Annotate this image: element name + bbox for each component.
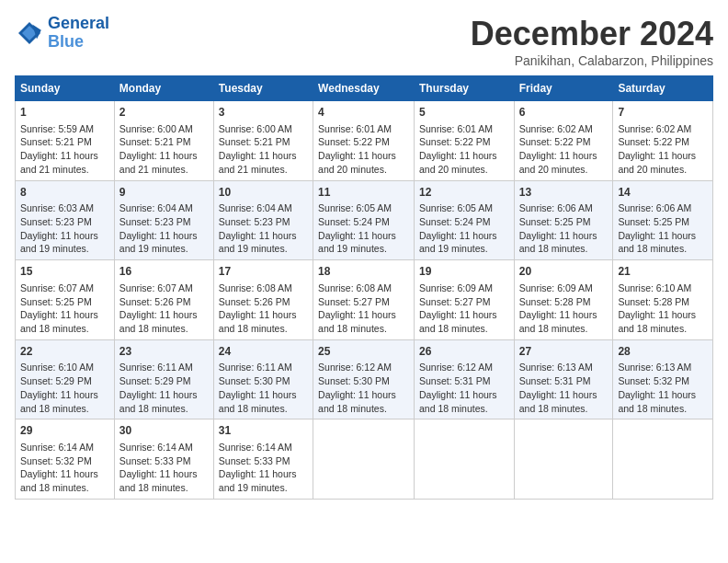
daylight-text: Daylight: 11 hours and 21 minutes. bbox=[119, 150, 198, 175]
daylight-text: Daylight: 11 hours and 18 minutes. bbox=[119, 468, 198, 493]
sunset-text: Sunset: 5:26 PM bbox=[119, 296, 191, 307]
calendar-cell: 21Sunrise: 6:10 AMSunset: 5:28 PMDayligh… bbox=[613, 260, 713, 340]
calendar-cell: 16Sunrise: 6:07 AMSunset: 5:26 PMDayligh… bbox=[114, 260, 213, 340]
col-header-sunday: Sunday bbox=[16, 76, 115, 101]
day-number: 8 bbox=[20, 185, 109, 201]
sunrise-text: Sunrise: 6:05 AM bbox=[318, 202, 392, 213]
daylight-text: Daylight: 11 hours and 18 minutes. bbox=[318, 309, 396, 334]
sunrise-text: Sunrise: 6:09 AM bbox=[519, 282, 593, 293]
sunset-text: Sunset: 5:30 PM bbox=[318, 375, 390, 386]
calendar-week-row: 15Sunrise: 6:07 AMSunset: 5:25 PMDayligh… bbox=[16, 260, 713, 340]
calendar-cell: 25Sunrise: 6:12 AMSunset: 5:30 PMDayligh… bbox=[313, 339, 415, 419]
daylight-text: Daylight: 11 hours and 20 minutes. bbox=[519, 150, 597, 175]
day-number: 28 bbox=[618, 344, 708, 360]
calendar-cell bbox=[313, 419, 415, 500]
sunrise-text: Sunrise: 5:59 AM bbox=[20, 123, 94, 134]
sunset-text: Sunset: 5:26 PM bbox=[219, 296, 290, 307]
calendar-cell: 23Sunrise: 6:11 AMSunset: 5:29 PMDayligh… bbox=[114, 339, 213, 419]
day-number: 16 bbox=[119, 264, 209, 280]
daylight-text: Daylight: 11 hours and 19 minutes. bbox=[219, 468, 297, 493]
sunrise-text: Sunrise: 6:02 AM bbox=[618, 123, 691, 134]
logo-text: General Blue bbox=[48, 15, 109, 52]
calendar-cell bbox=[613, 419, 713, 500]
calendar-cell: 28Sunrise: 6:13 AMSunset: 5:32 PMDayligh… bbox=[613, 339, 713, 419]
calendar-cell: 18Sunrise: 6:08 AMSunset: 5:27 PMDayligh… bbox=[313, 260, 415, 340]
daylight-text: Daylight: 11 hours and 20 minutes. bbox=[618, 150, 696, 175]
calendar-cell: 2Sunrise: 6:00 AMSunset: 5:21 PMDaylight… bbox=[114, 101, 213, 181]
sunrise-text: Sunrise: 6:00 AM bbox=[119, 123, 193, 134]
sunset-text: Sunset: 5:32 PM bbox=[20, 455, 92, 466]
sunrise-text: Sunrise: 6:14 AM bbox=[219, 442, 292, 453]
sunrise-text: Sunrise: 6:11 AM bbox=[119, 362, 193, 373]
daylight-text: Daylight: 11 hours and 18 minutes. bbox=[519, 389, 597, 414]
sunset-text: Sunset: 5:22 PM bbox=[419, 136, 491, 147]
sunset-text: Sunset: 5:27 PM bbox=[318, 296, 390, 307]
day-number: 9 bbox=[119, 185, 209, 201]
daylight-text: Daylight: 11 hours and 18 minutes. bbox=[519, 230, 597, 255]
sunrise-text: Sunrise: 6:06 AM bbox=[618, 202, 691, 213]
sunrise-text: Sunrise: 6:13 AM bbox=[618, 362, 691, 373]
calendar-cell: 24Sunrise: 6:11 AMSunset: 5:30 PMDayligh… bbox=[213, 339, 313, 419]
day-number: 5 bbox=[419, 105, 509, 121]
calendar-cell: 6Sunrise: 6:02 AMSunset: 5:22 PMDaylight… bbox=[514, 101, 613, 181]
sunrise-text: Sunrise: 6:04 AM bbox=[119, 202, 193, 213]
daylight-text: Daylight: 11 hours and 18 minutes. bbox=[119, 309, 198, 334]
sunrise-text: Sunrise: 6:01 AM bbox=[318, 123, 392, 134]
day-number: 1 bbox=[20, 105, 109, 121]
calendar-cell: 7Sunrise: 6:02 AMSunset: 5:22 PMDaylight… bbox=[613, 101, 713, 181]
sunrise-text: Sunrise: 6:08 AM bbox=[318, 282, 392, 293]
day-number: 13 bbox=[519, 185, 609, 201]
day-number: 26 bbox=[419, 344, 509, 360]
calendar-cell: 15Sunrise: 6:07 AMSunset: 5:25 PMDayligh… bbox=[16, 260, 115, 340]
calendar-cell: 20Sunrise: 6:09 AMSunset: 5:28 PMDayligh… bbox=[514, 260, 613, 340]
col-header-monday: Monday bbox=[114, 76, 213, 101]
sunset-text: Sunset: 5:33 PM bbox=[219, 455, 290, 466]
calendar-header-row: SundayMondayTuesdayWednesdayThursdayFrid… bbox=[16, 76, 713, 101]
day-number: 25 bbox=[318, 344, 409, 360]
day-number: 31 bbox=[219, 423, 308, 439]
day-number: 23 bbox=[119, 344, 209, 360]
day-number: 20 bbox=[519, 264, 609, 280]
daylight-text: Daylight: 11 hours and 19 minutes. bbox=[119, 230, 198, 255]
sunrise-text: Sunrise: 6:07 AM bbox=[119, 282, 193, 293]
col-header-wednesday: Wednesday bbox=[313, 76, 415, 101]
day-number: 29 bbox=[20, 423, 109, 439]
day-number: 27 bbox=[519, 344, 609, 360]
col-header-friday: Friday bbox=[514, 76, 613, 101]
daylight-text: Daylight: 11 hours and 18 minutes. bbox=[219, 309, 297, 334]
sunrise-text: Sunrise: 6:00 AM bbox=[219, 123, 292, 134]
sunrise-text: Sunrise: 6:01 AM bbox=[419, 123, 493, 134]
sunset-text: Sunset: 5:27 PM bbox=[419, 296, 491, 307]
day-number: 15 bbox=[20, 264, 109, 280]
logo: General Blue bbox=[15, 15, 109, 52]
col-header-saturday: Saturday bbox=[613, 76, 713, 101]
daylight-text: Daylight: 11 hours and 19 minutes. bbox=[219, 230, 297, 255]
day-number: 7 bbox=[618, 105, 708, 121]
day-number: 22 bbox=[20, 344, 109, 360]
daylight-text: Daylight: 11 hours and 18 minutes. bbox=[419, 389, 497, 414]
month-title: December 2024 bbox=[471, 15, 713, 53]
sunset-text: Sunset: 5:25 PM bbox=[519, 216, 591, 227]
sunset-text: Sunset: 5:22 PM bbox=[318, 136, 390, 147]
calendar-week-row: 1Sunrise: 5:59 AMSunset: 5:21 PMDaylight… bbox=[16, 101, 713, 181]
daylight-text: Daylight: 11 hours and 18 minutes. bbox=[119, 389, 198, 414]
daylight-text: Daylight: 11 hours and 19 minutes. bbox=[318, 230, 396, 255]
calendar-cell: 5Sunrise: 6:01 AMSunset: 5:22 PMDaylight… bbox=[414, 101, 514, 181]
sunset-text: Sunset: 5:21 PM bbox=[20, 136, 92, 147]
sunrise-text: Sunrise: 6:09 AM bbox=[419, 282, 493, 293]
daylight-text: Daylight: 11 hours and 18 minutes. bbox=[618, 389, 696, 414]
calendar-cell: 19Sunrise: 6:09 AMSunset: 5:27 PMDayligh… bbox=[414, 260, 514, 340]
calendar-cell: 17Sunrise: 6:08 AMSunset: 5:26 PMDayligh… bbox=[213, 260, 313, 340]
sunrise-text: Sunrise: 6:12 AM bbox=[419, 362, 493, 373]
sunrise-text: Sunrise: 6:11 AM bbox=[219, 362, 292, 373]
sunrise-text: Sunrise: 6:05 AM bbox=[419, 202, 493, 213]
sunset-text: Sunset: 5:28 PM bbox=[519, 296, 591, 307]
daylight-text: Daylight: 11 hours and 18 minutes. bbox=[20, 468, 98, 493]
daylight-text: Daylight: 11 hours and 19 minutes. bbox=[20, 230, 98, 255]
sunset-text: Sunset: 5:21 PM bbox=[119, 136, 191, 147]
logo-icon bbox=[15, 18, 44, 48]
location: Panikihan, Calabarzon, Philippines bbox=[471, 53, 713, 68]
sunrise-text: Sunrise: 6:10 AM bbox=[618, 282, 691, 293]
sunset-text: Sunset: 5:22 PM bbox=[618, 136, 689, 147]
daylight-text: Daylight: 11 hours and 18 minutes. bbox=[519, 309, 597, 334]
